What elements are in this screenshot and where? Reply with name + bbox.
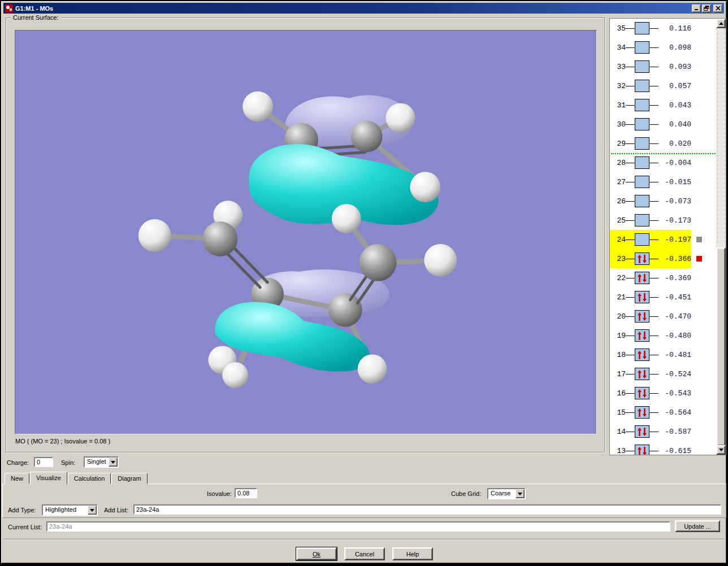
mo-row-main[interactable]: 26 -0.073 bbox=[610, 191, 691, 211]
mo-occupancy-box[interactable] bbox=[635, 291, 649, 303]
tab-calculation[interactable]: Calculation bbox=[68, 473, 111, 484]
mo-occupancy-box[interactable] bbox=[635, 118, 649, 130]
mo-row-main[interactable]: 29 0.020 bbox=[610, 134, 691, 153]
mo-row-main[interactable]: 21 -0.451 bbox=[610, 288, 691, 307]
mo-row-main[interactable]: 28 -0.004 bbox=[610, 153, 691, 172]
mo-connector-line bbox=[649, 67, 658, 67]
hydrogen-atom bbox=[386, 103, 415, 133]
scroll-up-button[interactable] bbox=[716, 19, 726, 28]
mo-connector-line bbox=[649, 278, 658, 278]
mo-connector-line bbox=[649, 393, 658, 394]
mo-occupancy-box[interactable] bbox=[635, 176, 649, 188]
carbon-atom bbox=[351, 121, 383, 153]
mo-row-main[interactable]: 30 0.040 bbox=[610, 115, 691, 134]
mo-row-main[interactable]: 19 -0.480 bbox=[610, 326, 691, 345]
mo-occupancy-box[interactable] bbox=[635, 387, 649, 399]
mo-row: 30 0.040 bbox=[610, 115, 717, 134]
mo-row-main[interactable]: 14 -0.587 bbox=[610, 422, 691, 441]
mo-row-main[interactable]: 34 0.098 bbox=[610, 38, 691, 57]
mo-occupancy-box[interactable] bbox=[635, 214, 649, 227]
restore-button[interactable] bbox=[702, 5, 711, 12]
mo-connector-line bbox=[626, 451, 635, 451]
mo-occupancy-box[interactable] bbox=[635, 406, 649, 419]
hydrogen-atom bbox=[410, 172, 440, 202]
mo-row-main[interactable]: 31 0.043 bbox=[610, 95, 691, 115]
mo-energy: -0.564 bbox=[658, 408, 691, 417]
minimize-icon bbox=[694, 6, 699, 11]
tab-diagram[interactable]: Diagram bbox=[111, 473, 148, 484]
spin-down-arrow-icon bbox=[643, 312, 647, 321]
mo-occupancy-box[interactable] bbox=[635, 349, 649, 361]
minimize-button[interactable] bbox=[692, 5, 701, 12]
mo-row-main[interactable]: 24 -0.197 bbox=[610, 230, 691, 249]
molecule-viewport[interactable] bbox=[15, 30, 597, 434]
mo-connector-line bbox=[649, 259, 658, 259]
mo-occupancy-box[interactable] bbox=[635, 310, 649, 323]
mo-row-main[interactable]: 33 0.093 bbox=[610, 57, 691, 76]
app-icon bbox=[5, 5, 13, 12]
spin-down-arrow-icon bbox=[643, 408, 647, 417]
mo-occupancy-box[interactable] bbox=[635, 195, 649, 207]
mo-connector-line bbox=[626, 297, 635, 298]
mo-energy: 0.043 bbox=[658, 101, 691, 110]
tab-visualize[interactable]: Visualize bbox=[30, 472, 67, 485]
mo-row-main[interactable]: 25 -0.173 bbox=[610, 211, 691, 230]
mo-connector-line bbox=[649, 240, 658, 240]
scroll-down-button[interactable] bbox=[716, 445, 726, 455]
mo-row-main[interactable]: 35 0.116 bbox=[610, 19, 691, 38]
spin-up-arrow-icon bbox=[638, 408, 642, 417]
mo-row-main[interactable]: 17 -0.524 bbox=[610, 364, 691, 384]
mo-list-scrollbar[interactable] bbox=[716, 19, 726, 455]
mo-row: 29 0.020 bbox=[610, 134, 717, 153]
mo-energy: -0.073 bbox=[658, 197, 691, 206]
mo-occupancy-box[interactable] bbox=[635, 22, 649, 34]
help-button[interactable]: Help bbox=[392, 547, 433, 560]
mo-row-main[interactable]: 16 -0.543 bbox=[610, 384, 691, 403]
mo-connector-line bbox=[626, 143, 635, 144]
mo-occupancy-box[interactable] bbox=[635, 368, 649, 380]
mo-occupancy-box[interactable] bbox=[635, 80, 649, 92]
mo-occupancy-box[interactable] bbox=[635, 445, 649, 455]
mo-number: 27 bbox=[612, 178, 626, 186]
mo-connector-line bbox=[626, 374, 635, 375]
mo-row-main[interactable]: 20 -0.470 bbox=[610, 307, 691, 326]
mo-row-main[interactable]: 13 -0.615 bbox=[610, 441, 691, 455]
mo-connector-line bbox=[649, 374, 658, 375]
mo-number: 13 bbox=[612, 447, 626, 455]
tab-new[interactable]: New bbox=[5, 473, 29, 484]
spin-select[interactable]: Singlet bbox=[84, 456, 119, 468]
mo-connector-line bbox=[649, 143, 658, 144]
mo-occupancy-box[interactable] bbox=[635, 137, 649, 150]
mo-occupancy-box[interactable] bbox=[635, 233, 649, 246]
mo-occupancy-box[interactable] bbox=[635, 329, 649, 342]
mo-row-main[interactable]: 27 -0.015 bbox=[610, 172, 691, 191]
mo-row-main[interactable]: 18 -0.481 bbox=[610, 345, 691, 364]
mo-occupancy-box[interactable] bbox=[635, 272, 649, 284]
hydrogen-atom bbox=[358, 354, 387, 384]
close-button[interactable] bbox=[713, 5, 722, 12]
update-button[interactable]: Update ... bbox=[675, 520, 720, 532]
mo-occupancy-box[interactable] bbox=[635, 425, 649, 438]
title-bar[interactable]: G1:M1 - MOs bbox=[3, 3, 724, 14]
mo-row-main[interactable]: 32 0.057 bbox=[610, 76, 691, 95]
mo-connector-line bbox=[649, 105, 658, 106]
mo-occupancy-box[interactable] bbox=[635, 156, 649, 169]
mo-row: 28 -0.004 bbox=[610, 153, 717, 172]
mo-occupancy-box[interactable] bbox=[635, 99, 649, 111]
charge-input[interactable] bbox=[34, 457, 53, 467]
mo-connector-line bbox=[649, 163, 658, 163]
mo-number: 25 bbox=[612, 216, 626, 225]
mo-row-main[interactable]: 22 -0.369 bbox=[610, 268, 691, 288]
scrollbar-thumb[interactable] bbox=[716, 247, 726, 446]
cancel-button[interactable]: Cancel bbox=[344, 547, 385, 560]
spin-dropdown-button[interactable] bbox=[109, 458, 118, 467]
mo-occupancy-box[interactable] bbox=[635, 41, 649, 54]
mo-energy-panel: 35 0.116 34 0.098 33 bbox=[609, 18, 726, 455]
mo-occupancy-box[interactable] bbox=[635, 60, 649, 73]
mo-occupancy-box[interactable] bbox=[635, 252, 649, 265]
mo-row-main[interactable]: 15 -0.564 bbox=[610, 403, 691, 422]
mo-row-main[interactable]: 23 -0.366 bbox=[610, 249, 691, 268]
mo-energy: 0.098 bbox=[658, 43, 691, 52]
spin-up-arrow-icon bbox=[638, 447, 642, 455]
ok-button[interactable]: Ok bbox=[296, 547, 337, 560]
